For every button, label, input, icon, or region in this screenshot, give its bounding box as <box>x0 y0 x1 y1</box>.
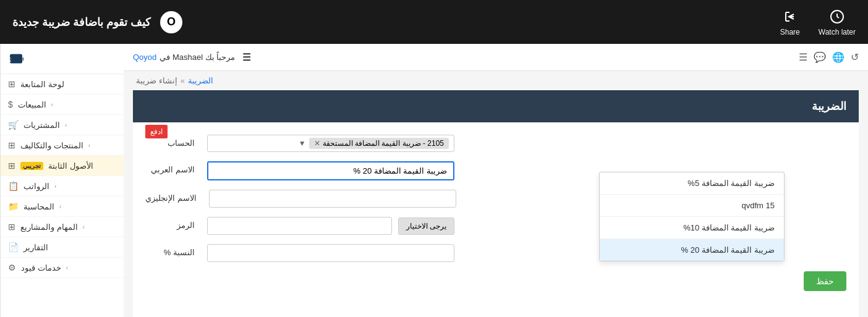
tasks-chevron: › <box>83 224 85 230</box>
menu-icon[interactable]: ☰ <box>242 51 251 63</box>
sidebar-item-services[interactable]: › خدمات قيود ⚙ <box>1 258 124 278</box>
accounting-chevron: › <box>59 203 61 210</box>
english-name-field-container <box>209 190 456 208</box>
share-button[interactable]: Share <box>780 8 800 36</box>
save-top-container: ادفع <box>145 122 168 138</box>
payroll-icon: 📋 <box>8 181 19 191</box>
video-title: كيف تقوم باضافة ضريبة جديدة <box>12 15 151 29</box>
nav-icon-list[interactable]: ☰ <box>799 51 807 63</box>
account-dropdown-arrow[interactable]: ▼ <box>299 139 306 148</box>
percentage-input[interactable] <box>207 244 454 262</box>
svg-text:Qoyod: Qoyod <box>10 57 23 62</box>
sidebar-item-reports[interactable]: التقارير 📄 <box>1 237 124 258</box>
suggestion-item-1[interactable]: qvdfm 15 <box>600 195 784 217</box>
dropdown-suggestions: ضريبة القيمة المضافة 5% qvdfm 15 ضريبة ا… <box>599 172 785 261</box>
video-topbar: O كيف تقوم باضافة ضريبة جديدة Watch late… <box>0 0 868 44</box>
services-chevron: › <box>66 264 68 271</box>
percentage-field-container <box>207 244 454 262</box>
sidebar-item-services-label: خدمات قيود <box>21 263 61 273</box>
code-input[interactable] <box>207 217 392 235</box>
topnav: ☰ مرحباً بك Mashael في Qoyod ↺ 🌐 💬 ☰ <box>124 44 868 71</box>
payroll-chevron: › <box>54 183 56 190</box>
account-field[interactable]: ▼ 2105 - ضريبة القيمة المضافة المستحقة ✕ <box>207 135 454 152</box>
sidebar-item-products[interactable]: › المنتجات والتكاليف ⊞ <box>1 135 124 156</box>
channel-logo: O <box>160 11 182 33</box>
breadcrumb-separator: » <box>181 76 185 85</box>
percentage-label: النسبة % <box>145 244 195 257</box>
video-title-area: O كيف تقوم باضافة ضريبة جديدة <box>12 11 182 33</box>
sidebar-item-sales-label: المبيعات <box>18 100 46 109</box>
purchases-chevron: › <box>65 122 67 129</box>
topnav-right: ☰ مرحباً بك Mashael في Qoyod <box>133 51 251 63</box>
breadcrumb-current: إنشاء ضريبة <box>136 76 177 85</box>
sidebar-item-accounting-label: المحاسبة <box>23 202 54 211</box>
tasks-icon: ⊞ <box>8 222 15 232</box>
sidebar: Q Qoyod لوحة المتابعة ⊞ › المبيعات $ › ا… <box>0 44 124 317</box>
sidebar-logo: Q Qoyod <box>1 44 124 74</box>
account-row: ▼ 2105 - ضريبة القيمة المضافة المستحقة ✕… <box>145 135 846 152</box>
qoyod-logo-svg: Q Qoyod <box>10 50 41 67</box>
code-label: الرمز <box>145 217 195 230</box>
save-btn-container: حفظ <box>145 271 846 291</box>
topnav-brand-link[interactable]: Qoyod <box>133 53 156 62</box>
sidebar-item-tasks-label: المهام والمشاريع <box>20 222 78 232</box>
watch-later-icon <box>828 8 846 25</box>
sidebar-item-assets[interactable]: الأصول الثابتة تجريبي ⊞ <box>1 156 124 176</box>
watch-later-label: Watch later <box>819 28 856 36</box>
account-tag-close[interactable]: ✕ <box>314 139 320 148</box>
video-actions: Watch later Share <box>780 8 856 36</box>
suggestion-item-0[interactable]: ضريبة القيمة المضافة 5% <box>600 172 784 195</box>
nav-icon-chat[interactable]: 💬 <box>814 51 826 63</box>
content-area: ☰ مرحباً بك Mashael في Qoyod ↺ 🌐 💬 ☰ الض… <box>124 44 868 317</box>
nav-icon-globe[interactable]: 🌐 <box>832 51 845 63</box>
share-icon <box>781 8 799 25</box>
code-field-container: يرجى الاختيار <box>207 217 454 235</box>
topnav-icons: ↺ 🌐 💬 ☰ <box>799 51 859 63</box>
save-button[interactable]: حفظ <box>804 271 846 291</box>
share-label: Share <box>780 28 800 36</box>
sidebar-item-accounting[interactable]: › المحاسبة 📁 <box>1 197 124 217</box>
nav-icon-refresh[interactable]: ↺ <box>851 51 859 63</box>
watch-later-button[interactable]: Watch later <box>819 8 856 36</box>
account-field-container: ▼ 2105 - ضريبة القيمة المضافة المستحقة ✕ <box>207 135 454 152</box>
assets-badge: تجريبي <box>20 162 43 170</box>
sidebar-item-payroll[interactable]: › الرواتب 📋 <box>1 176 124 197</box>
page-title: الضريبة <box>812 100 846 112</box>
sidebar-item-reports-label: التقارير <box>23 243 48 252</box>
arabic-name-field-container <box>207 161 454 180</box>
sidebar-item-tasks[interactable]: › المهام والمشاريع ⊞ <box>1 217 124 237</box>
purchases-icon: 🛒 <box>8 120 19 130</box>
breadcrumb: الضريبة » إنشاء ضريبة <box>124 71 868 90</box>
sidebar-item-payroll-label: الرواتب <box>23 182 49 191</box>
sidebar-item-dashboard[interactable]: لوحة المتابعة ⊞ <box>1 74 124 95</box>
topnav-brand: مرحباً بك Mashael في Qoyod <box>133 53 235 62</box>
page-header: الضريبة <box>133 90 859 122</box>
english-name-label: الاسم الإنجليزي <box>145 190 197 203</box>
suggestion-item-3[interactable]: ضريبة القيمة المضافة 20 % <box>600 239 784 261</box>
services-icon: ⚙ <box>8 263 16 273</box>
sales-chevron: › <box>51 101 53 108</box>
accounting-icon: 📁 <box>8 201 19 211</box>
products-icon: ⊞ <box>8 140 15 150</box>
main-container: Q Qoyod لوحة المتابعة ⊞ › المبيعات $ › ا… <box>0 44 868 317</box>
sidebar-item-purchases[interactable]: › المشتريات 🛒 <box>1 115 124 135</box>
english-name-input[interactable] <box>209 190 456 208</box>
sidebar-item-sales[interactable]: › المبيعات $ <box>1 95 124 115</box>
account-tag-text: 2105 - ضريبة القيمة المضافة المستحقة <box>323 139 444 148</box>
products-chevron: › <box>88 142 90 149</box>
sidebar-item-purchases-label: المشتريات <box>23 120 60 130</box>
account-tag: 2105 - ضريبة القيمة المضافة المستحقة ✕ <box>309 138 449 149</box>
sidebar-item-dashboard-label: لوحة المتابعة <box>20 80 64 89</box>
reports-icon: 📄 <box>8 242 19 252</box>
sales-icon: $ <box>8 99 13 109</box>
svg-line-2 <box>837 17 839 18</box>
sidebar-item-assets-label: الأصول الثابتة <box>48 161 93 171</box>
assets-icon: ⊞ <box>8 161 15 171</box>
save-top-button[interactable]: ادفع <box>145 125 168 138</box>
code-select-button[interactable]: يرجى الاختيار <box>398 218 454 235</box>
breadcrumb-parent[interactable]: الضريبة <box>188 76 213 85</box>
sidebar-item-products-label: المنتجات والتكاليف <box>20 141 83 150</box>
arabic-name-input[interactable] <box>207 161 454 180</box>
suggestion-item-2[interactable]: ضريبة القيمة المضافة 10% <box>600 217 784 239</box>
topnav-brand-text: مرحباً بك Mashael في <box>160 53 235 62</box>
